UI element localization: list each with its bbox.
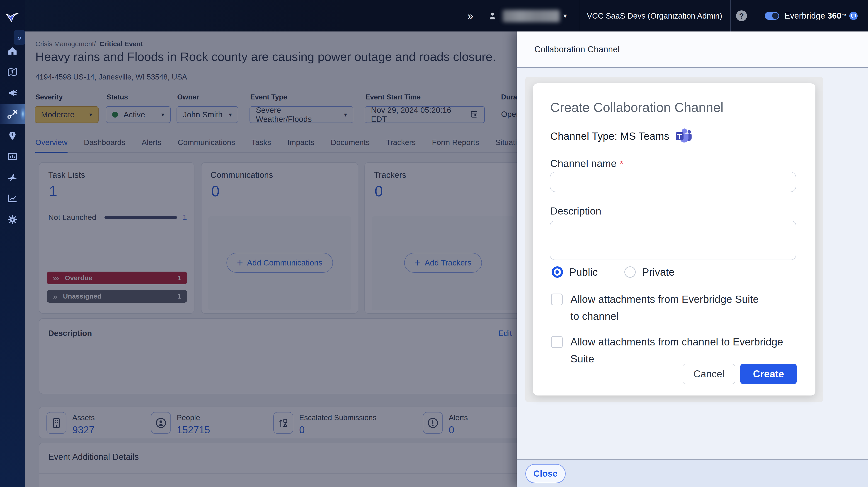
modal-dim-overlay	[25, 31, 517, 487]
channel-name-input[interactable]	[550, 172, 796, 192]
panel-body: Create Collaboration Channel Channel Typ…	[517, 68, 868, 459]
ms-teams-icon	[675, 128, 692, 144]
crisis-management-icon	[7, 108, 18, 120]
allow-attachments-channel-to-suite-row: Allow attachments from channel to Everbr…	[551, 336, 783, 367]
channel-description-input[interactable]	[550, 221, 796, 260]
cancel-button[interactable]: Cancel	[683, 364, 735, 384]
allow-attachments-suite-to-channel-row: Allow attachments from Everbridge Suite …	[551, 294, 759, 325]
megaphone-icon	[7, 88, 18, 98]
visibility-radio-group: Public Private	[552, 266, 675, 278]
user-menu-caret-icon[interactable]: ▾	[563, 0, 567, 31]
allow-channel-to-suite-checkbox[interactable]	[551, 336, 563, 348]
sidebar-item-communications[interactable]	[0, 83, 25, 103]
panel-header: Collaboration Channel	[517, 31, 868, 68]
collaboration-channel-panel: Collaboration Channel Create Collaborati…	[517, 31, 868, 487]
line-chart-icon	[7, 193, 18, 204]
home-icon	[7, 45, 18, 56]
topbar-divider	[730, 0, 731, 31]
sidebar-item-crisis-management[interactable]	[0, 104, 25, 124]
required-asterisk: *	[620, 159, 623, 169]
dialog-description-label: Description	[550, 205, 601, 217]
private-radio[interactable]	[624, 266, 636, 278]
allow-suite-to-channel-checkbox[interactable]	[551, 294, 563, 305]
channel-type-label: Channel Type: MS Teams	[550, 130, 669, 142]
public-radio[interactable]	[552, 266, 563, 278]
user-avatar-icon	[487, 0, 498, 31]
top-bar: » ▾ VCC SaaS Devs (Organization Admin) ?…	[0, 0, 868, 31]
sidebar-item-dashboards[interactable]	[0, 147, 25, 166]
gear-icon	[7, 214, 18, 225]
close-button[interactable]: Close	[525, 464, 566, 483]
everbridge-360-toggle[interactable]	[765, 12, 779, 20]
channel-name-label: Channel name*	[550, 158, 623, 169]
create-collaboration-channel-dialog: Create Collaboration Channel Channel Typ…	[533, 84, 815, 395]
expand-panel-icon[interactable]: »	[467, 0, 473, 31]
channel-type-row: Channel Type: MS Teams	[550, 128, 692, 144]
user-name-redacted[interactable]	[503, 10, 560, 22]
panel-footer: Close	[517, 459, 868, 487]
bar-chart-box-icon	[7, 151, 18, 162]
public-radio-label[interactable]: Public	[569, 266, 598, 278]
sidebar-nav: »	[0, 0, 25, 487]
organization-selector[interactable]: VCC SaaS Devs (Organization Admin)	[579, 0, 730, 31]
product-label: Everbridge360™	[784, 0, 846, 31]
panel-title: Collaboration Channel	[534, 44, 620, 54]
create-button[interactable]: Create	[740, 364, 797, 384]
toggle-knob	[772, 13, 778, 19]
sidebar-item-map[interactable]	[0, 62, 25, 82]
private-radio-label[interactable]: Private	[642, 266, 675, 278]
sidebar-item-safety[interactable]	[0, 126, 25, 145]
sidebar-collapse-icon[interactable]: »	[13, 30, 25, 45]
map-icon	[7, 67, 18, 77]
help-icon[interactable]: ?	[736, 10, 747, 21]
sidebar-item-travel[interactable]	[0, 168, 25, 188]
dialog-title: Create Collaboration Channel	[550, 100, 723, 115]
location-pin-icon	[7, 130, 18, 141]
sidebar-item-analytics[interactable]	[0, 188, 25, 208]
feedback-chat-icon[interactable]	[849, 11, 858, 21]
sidebar-item-settings[interactable]	[0, 210, 25, 230]
everbridge-logo-icon[interactable]	[5, 11, 20, 25]
airplane-icon	[7, 172, 18, 183]
